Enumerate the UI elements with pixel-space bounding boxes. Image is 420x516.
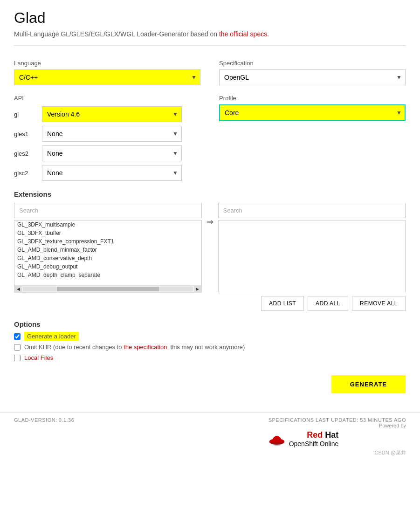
api-gl-label: gl (14, 111, 37, 118)
generate-loader-row: Generate a loader (14, 333, 406, 340)
list-item[interactable]: GL_AMD_conservative_depth (14, 254, 201, 262)
specification-label: Specification (219, 60, 406, 67)
scroll-left-arrow[interactable]: ◀ (14, 286, 22, 292)
extensions-action-buttons: ADD LIST ADD ALL REMOVE ALL (14, 296, 406, 311)
profile-group: Profile Core Compatibility ▼ (219, 95, 406, 121)
generate-loader-label: Generate a loader (24, 333, 79, 340)
version-label: GLAD-VERSION: (14, 417, 57, 423)
extensions-left-panel: GL_3DFX_multisample GL_3DFX_tbuffer GL_3… (14, 203, 202, 293)
api-glsc2-label: glsc2 (14, 170, 37, 177)
extensions-left-list[interactable]: GL_3DFX_multisample GL_3DFX_tbuffer GL_3… (14, 220, 202, 285)
language-label: Language (14, 60, 200, 67)
omit-khr-checkbox[interactable] (14, 344, 21, 351)
api-gles1-row: gles1 None Version 1.0 ▼ (14, 126, 200, 142)
extensions-horizontal-scrollbar[interactable]: ◀ ▶ (14, 285, 202, 293)
profile-select-wrapper: Core Compatibility ▼ (219, 104, 406, 121)
app-subtitle: Multi-Language GL/GLES/EGL/GLX/WGL Loade… (14, 30, 406, 46)
api-glsc2-select[interactable]: None Version 2.0 (42, 165, 182, 181)
redhat-brand-text: Red Hat OpenShift Online (289, 430, 339, 447)
language-select[interactable]: C/C++ C D Nim (14, 69, 200, 85)
local-files-label: Local Files (24, 354, 53, 361)
footer-version: GLAD-VERSION: 0.1.36 (14, 417, 74, 423)
options-section: Options Generate a loader Omit KHR (due … (14, 320, 406, 361)
extensions-right-panel (218, 203, 406, 296)
app-title: Glad (14, 9, 406, 27)
local-files-link[interactable]: Local Files (24, 354, 53, 361)
version-value: 0.1.36 (59, 417, 75, 423)
extensions-left-search[interactable] (14, 203, 202, 218)
footer: GLAD-VERSION: 0.1.36 SPECIFICATIONS LAST… (0, 412, 420, 461)
generate-row: GENERATE (14, 375, 406, 393)
remove-all-button[interactable]: REMOVE ALL (352, 296, 406, 311)
api-glsc2-row: glsc2 None Version 2.0 ▼ (14, 165, 200, 181)
transfer-icon[interactable]: ⇒ (207, 217, 213, 227)
local-files-row: Local Files (14, 354, 406, 361)
extensions-right-search[interactable] (218, 203, 406, 218)
omit-khr-label: Omit KHR (due to recent changes to the s… (24, 344, 245, 351)
extensions-right-list[interactable] (218, 220, 406, 292)
add-list-button[interactable]: ADD LIST (261, 296, 304, 311)
api-gles2-select[interactable]: None Version 2.0 (42, 145, 182, 161)
specification-group: Specification OpenGL OpenGL ES EGL ▼ (219, 60, 406, 85)
list-item[interactable]: GL_3DFX_tbuffer (14, 229, 201, 237)
specification-link[interactable]: the specification (124, 344, 167, 351)
options-title: Options (14, 320, 406, 328)
api-gl-select-wrapper: Version 4.6 None Version 1.0 ▼ (42, 106, 182, 122)
add-all-button[interactable]: ADD ALL (308, 296, 348, 311)
api-gles2-label: gles2 (14, 150, 37, 157)
csdn-text: CSDN @菜井 (269, 449, 406, 456)
transfer-button-area: ⇒ (207, 203, 213, 227)
api-label: API (14, 95, 200, 102)
omit-khr-row: Omit KHR (due to recent changes to the s… (14, 344, 406, 351)
language-group: Language C/C++ C D Nim ▼ (14, 60, 200, 85)
footer-right: SPECIFICATIONS LAST UPDATED: 53 MINUTES … (269, 417, 406, 456)
extensions-title: Extensions (14, 190, 406, 198)
api-section: API gl Version 4.6 None Version 1.0 ▼ gl… (14, 95, 200, 181)
api-gles1-select-wrapper: None Version 1.0 ▼ (42, 126, 182, 142)
profile-label: Profile (219, 95, 406, 102)
powered-by-text: Powered by (269, 423, 406, 428)
list-item[interactable]: GL_AMD_depth_clamp_separate (14, 271, 201, 279)
specs-updated: SPECIFICATIONS LAST UPDATED: 53 MINUTES … (269, 417, 406, 423)
specification-select-wrapper: OpenGL OpenGL ES EGL ▼ (219, 69, 406, 85)
api-glsc2-select-wrapper: None Version 2.0 ▼ (42, 165, 182, 181)
extensions-section: Extensions GL_3DFX_multisample GL_3DFX_t… (14, 190, 406, 311)
redhat-hat-icon (269, 431, 285, 447)
list-item[interactable]: GL_3DFX_texture_compression_FXT1 (14, 237, 201, 246)
api-gles2-select-wrapper: None Version 2.0 ▼ (42, 145, 182, 161)
scroll-right-arrow[interactable]: ▶ (194, 286, 201, 292)
list-item[interactable]: GL_AMD_debug_output (14, 262, 201, 271)
redhat-logo: Red Hat OpenShift Online (269, 430, 406, 447)
profile-select[interactable]: Core Compatibility (219, 104, 406, 121)
api-gl-row: gl Version 4.6 None Version 1.0 ▼ (14, 106, 200, 122)
scroll-thumb (57, 287, 159, 291)
language-select-wrapper: C/C++ C D Nim ▼ (14, 69, 200, 85)
generate-button[interactable]: GENERATE (331, 375, 406, 393)
local-files-checkbox[interactable] (14, 355, 21, 361)
specification-select[interactable]: OpenGL OpenGL ES EGL (219, 69, 406, 85)
api-gles1-select[interactable]: None Version 1.0 (42, 126, 182, 142)
api-gl-select[interactable]: Version 4.6 None Version 1.0 (42, 106, 182, 122)
api-gles2-row: gles2 None Version 2.0 ▼ (14, 145, 200, 161)
generate-loader-checkbox[interactable] (14, 333, 21, 340)
api-gles1-label: gles1 (14, 131, 37, 138)
scroll-track (23, 287, 193, 291)
openshift-text: OpenShift Online (289, 440, 339, 447)
list-item[interactable]: GL_3DFX_multisample (14, 220, 201, 229)
list-item[interactable]: GL_AMD_blend_minmax_factor (14, 246, 201, 254)
